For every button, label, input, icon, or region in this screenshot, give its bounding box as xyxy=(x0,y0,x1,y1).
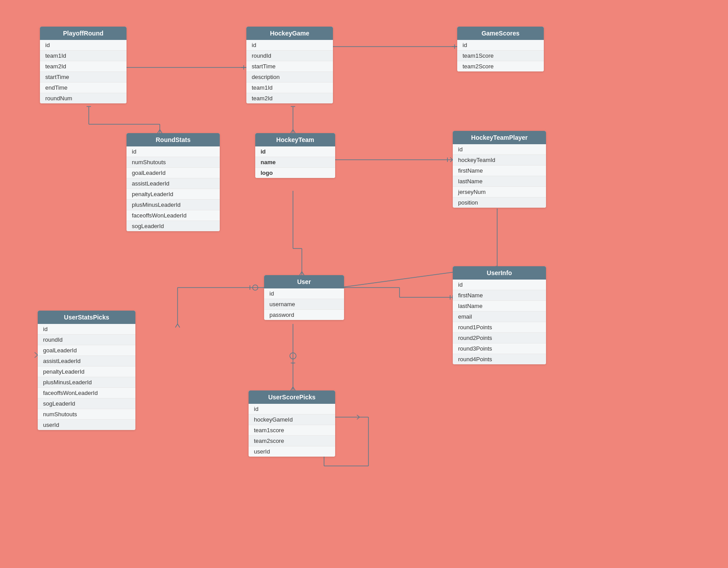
svg-line-35 xyxy=(175,324,178,327)
svg-line-51 xyxy=(293,387,295,390)
field-rs-id: id xyxy=(127,146,220,157)
field-usp-goalleaderid: goalLeaderId xyxy=(38,345,135,356)
svg-line-53 xyxy=(357,415,360,417)
field-ui-email: email xyxy=(453,312,546,322)
field-ui-round1points: round1Points xyxy=(453,322,546,333)
field-htp-jerseynum: jerseyNum xyxy=(453,187,546,197)
table-user-score-picks: UserScorePicks id hockeyGameId team1scor… xyxy=(249,390,335,457)
field-uscp-userid: userId xyxy=(249,446,335,457)
field-usp-userid: userId xyxy=(38,420,135,430)
table-header-user: User xyxy=(264,275,344,288)
svg-line-37 xyxy=(35,352,38,355)
table-header-user-stats-picks: UserStatsPicks xyxy=(38,311,135,324)
svg-line-50 xyxy=(291,387,293,390)
field-htp-id: id xyxy=(453,144,546,155)
field-rs-assistleaderid: assistLeaderId xyxy=(127,178,220,189)
field-ht-name: name xyxy=(255,157,335,168)
table-hockey-game: HockeyGame id roundId startTime descript… xyxy=(246,27,333,103)
svg-line-30 xyxy=(302,272,304,275)
field-ht-logo: logo xyxy=(255,168,335,178)
svg-line-19 xyxy=(293,130,295,133)
field-rs-goalleaderid: goalLeaderId xyxy=(127,168,220,178)
field-uscp-id: id xyxy=(249,404,335,414)
field-usp-plusminusleaderid: plusMinusLeaderId xyxy=(38,377,135,388)
table-hockey-team-player: HockeyTeamPlayer id hockeyTeamId firstNa… xyxy=(453,131,546,208)
table-header-playoff-round: PlayoffRound xyxy=(40,27,127,40)
field-usp-roundid: roundId xyxy=(38,335,135,345)
table-header-game-scores: GameScores xyxy=(457,27,544,40)
table-header-round-stats: RoundStats xyxy=(127,133,220,146)
field-gs-team1score: team1Score xyxy=(457,51,544,61)
field-hg-id: id xyxy=(246,40,333,51)
svg-line-18 xyxy=(291,130,293,133)
field-htp-hockeyteamid: hockeyTeamId xyxy=(453,155,546,166)
svg-line-54 xyxy=(357,417,360,419)
field-usp-numshutouts: numShutouts xyxy=(38,409,135,420)
field-pr-endtime: endTime xyxy=(40,83,127,93)
field-ui-round4points: round4Points xyxy=(453,354,546,364)
field-pr-id: id xyxy=(40,40,127,51)
table-header-user-info: UserInfo xyxy=(453,266,546,280)
field-usp-penaltyleaderid: penaltyLeaderId xyxy=(38,367,135,377)
field-pr-roundnum: roundNum xyxy=(40,93,127,103)
field-rs-sogleaderid: sogLeaderId xyxy=(127,221,220,231)
field-htp-lastname: lastName xyxy=(453,176,546,187)
field-htp-position: position xyxy=(453,197,546,208)
field-ui-round2points: round2Points xyxy=(453,333,546,343)
table-round-stats: RoundStats id numShutouts goalLeaderId a… xyxy=(127,133,220,231)
field-ui-firstname: firstName xyxy=(453,290,546,301)
svg-point-33 xyxy=(253,285,258,290)
table-header-hockey-team: HockeyTeam xyxy=(255,133,335,146)
svg-line-36 xyxy=(178,324,180,327)
field-gs-team2score: team2Score xyxy=(457,61,544,71)
field-uscp-team1score: team1score xyxy=(249,425,335,436)
field-pr-team1id: team1Id xyxy=(40,51,127,61)
field-rs-penaltyleaderid: penaltyLeaderId xyxy=(127,189,220,200)
field-ht-id: id xyxy=(255,146,335,157)
svg-line-38 xyxy=(35,355,38,358)
svg-line-14 xyxy=(158,130,160,133)
field-pr-team2id: team2Id xyxy=(40,61,127,72)
field-rs-plusminusleaderid: plusMinusLeaderId xyxy=(127,200,220,210)
table-header-hockey-game: HockeyGame xyxy=(246,27,333,40)
field-usp-sogleaderid: sogLeaderId xyxy=(38,398,135,409)
field-u-password: password xyxy=(264,310,344,320)
field-ui-id: id xyxy=(453,280,546,290)
field-hg-starttime: startTime xyxy=(246,61,333,72)
svg-line-29 xyxy=(300,272,302,275)
field-rs-numshutouts: numShutouts xyxy=(127,157,220,168)
field-u-username: username xyxy=(264,299,344,310)
field-rs-faceoffswonleaderid: faceoffsWonLeaderId xyxy=(127,210,220,221)
field-gs-id: id xyxy=(457,40,544,51)
field-hg-team1id: team1Id xyxy=(246,83,333,93)
svg-line-15 xyxy=(160,130,162,133)
field-hg-team2id: team2Id xyxy=(246,93,333,103)
table-header-hockey-team-player: HockeyTeamPlayer xyxy=(453,131,546,144)
field-usp-assistleaderid: assistLeaderId xyxy=(38,356,135,367)
field-htp-firstname: firstName xyxy=(453,166,546,176)
table-user-info: UserInfo id firstName lastName email rou… xyxy=(453,266,546,364)
field-uscp-team2score: team2score xyxy=(249,436,335,446)
table-hockey-team: HockeyTeam id name logo xyxy=(255,133,335,178)
field-ui-lastname: lastName xyxy=(453,301,546,312)
table-playoff-round: PlayoffRound id team1Id team2Id startTim… xyxy=(40,27,127,103)
table-user: User id username password xyxy=(264,275,344,320)
field-ui-round3points: round3Points xyxy=(453,343,546,354)
field-pr-starttime: startTime xyxy=(40,72,127,83)
field-uscp-hockeygameid: hockeyGameId xyxy=(249,414,335,425)
field-hg-description: description xyxy=(246,72,333,83)
field-u-id: id xyxy=(264,288,344,299)
field-hg-roundid: roundId xyxy=(246,51,333,61)
table-header-user-score-picks: UserScorePicks xyxy=(249,390,335,404)
field-usp-id: id xyxy=(38,324,135,335)
table-game-scores: GameScores id team1Score team2Score xyxy=(457,27,544,71)
diagram-container: PlayoffRound id team1Id team2Id startTim… xyxy=(0,0,728,568)
table-user-stats-picks: UserStatsPicks id roundId goalLeaderId a… xyxy=(38,311,135,430)
svg-point-47 xyxy=(290,353,296,359)
field-usp-faceoffswonleaderid: faceoffsWonLeaderId xyxy=(38,388,135,398)
